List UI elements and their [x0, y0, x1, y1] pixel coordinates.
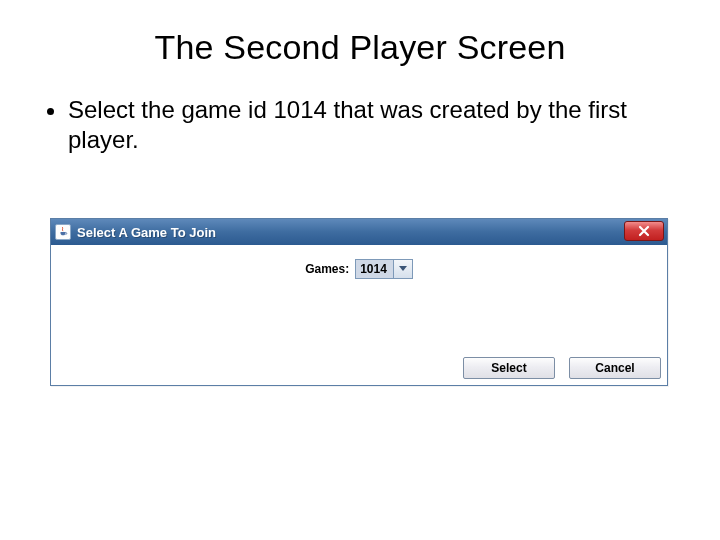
slide-body: Select the game id 1014 that was created…	[40, 95, 680, 155]
dialog-title: Select A Game To Join	[77, 225, 216, 240]
dialog-titlebar: Select A Game To Join	[51, 219, 667, 245]
close-button[interactable]	[624, 221, 664, 241]
dialog-button-bar: Select Cancel	[463, 357, 661, 379]
slide-title: The Second Player Screen	[0, 28, 720, 67]
java-cup-icon	[55, 224, 71, 240]
cancel-button[interactable]: Cancel	[569, 357, 661, 379]
join-game-dialog: Select A Game To Join Games: 1014 Select…	[50, 218, 668, 386]
select-button[interactable]: Select	[463, 357, 555, 379]
games-label: Games:	[305, 262, 349, 276]
slide-bullet: Select the game id 1014 that was created…	[68, 95, 680, 155]
dropdown-arrow-button[interactable]	[394, 260, 412, 278]
games-row: Games: 1014	[51, 259, 667, 279]
chevron-down-icon	[399, 266, 407, 272]
dialog-client-area: Games: 1014 Select Cancel	[51, 245, 667, 385]
close-icon	[638, 225, 650, 237]
games-selected-value: 1014	[356, 260, 394, 278]
games-dropdown[interactable]: 1014	[355, 259, 413, 279]
